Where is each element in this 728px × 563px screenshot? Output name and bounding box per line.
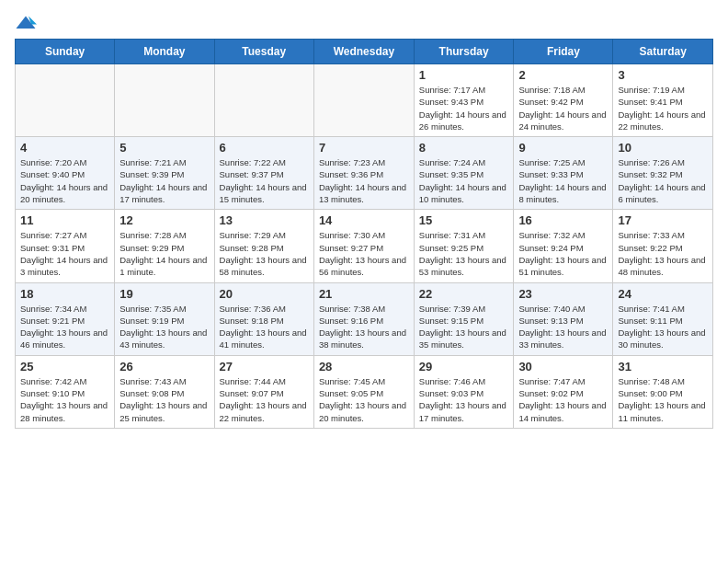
calendar-cell: [16, 64, 115, 137]
day-number: 29: [419, 360, 509, 373]
col-header-saturday: Saturday: [613, 40, 713, 64]
day-info: Sunrise: 7:36 AM Sunset: 9:18 PM Dayligh…: [220, 303, 309, 351]
calendar-cell: 15Sunrise: 7:31 AM Sunset: 9:25 PM Dayli…: [414, 210, 514, 282]
calendar-cell: 10Sunrise: 7:26 AM Sunset: 9:32 PM Dayli…: [613, 137, 713, 210]
day-number: 16: [518, 213, 608, 227]
calendar-week-row: 4Sunrise: 7:20 AM Sunset: 9:40 PM Daylig…: [16, 137, 713, 210]
day-number: 26: [119, 360, 209, 373]
calendar-cell: [115, 64, 214, 137]
day-info: Sunrise: 7:19 AM Sunset: 9:41 PM Dayligh…: [618, 84, 708, 132]
calendar-cell: 4Sunrise: 7:20 AM Sunset: 9:40 PM Daylig…: [16, 137, 115, 210]
day-number: 1: [419, 68, 509, 82]
calendar-cell: 22Sunrise: 7:39 AM Sunset: 9:15 PM Dayli…: [414, 282, 514, 355]
day-info: Sunrise: 7:32 AM Sunset: 9:24 PM Dayligh…: [518, 229, 608, 278]
day-info: Sunrise: 7:45 AM Sunset: 9:05 PM Dayligh…: [319, 375, 409, 424]
day-number: 9: [518, 141, 608, 155]
day-info: Sunrise: 7:34 AM Sunset: 9:21 PM Dayligh…: [20, 303, 109, 351]
day-number: 20: [220, 287, 309, 301]
calendar-week-row: 11Sunrise: 7:27 AM Sunset: 9:31 PM Dayli…: [16, 210, 713, 282]
col-header-wednesday: Wednesday: [313, 40, 414, 64]
day-number: 7: [319, 141, 409, 155]
day-number: 3: [618, 68, 708, 82]
day-info: Sunrise: 7:27 AM Sunset: 9:31 PM Dayligh…: [20, 229, 109, 278]
day-info: Sunrise: 7:17 AM Sunset: 9:43 PM Dayligh…: [419, 84, 509, 132]
calendar-cell: 9Sunrise: 7:25 AM Sunset: 9:33 PM Daylig…: [514, 137, 613, 210]
calendar-cell: 28Sunrise: 7:45 AM Sunset: 9:05 PM Dayli…: [313, 355, 414, 428]
calendar-cell: [313, 64, 414, 137]
calendar-cell: 26Sunrise: 7:43 AM Sunset: 9:08 PM Dayli…: [115, 355, 214, 428]
day-number: 6: [220, 141, 309, 155]
logo: [15, 15, 39, 31]
day-number: 10: [618, 141, 708, 155]
calendar-cell: 14Sunrise: 7:30 AM Sunset: 9:27 PM Dayli…: [313, 210, 414, 282]
day-info: Sunrise: 7:20 AM Sunset: 9:40 PM Dayligh…: [20, 156, 109, 205]
day-number: 17: [618, 213, 708, 227]
day-info: Sunrise: 7:24 AM Sunset: 9:35 PM Dayligh…: [419, 156, 509, 205]
day-info: Sunrise: 7:26 AM Sunset: 9:32 PM Dayligh…: [618, 156, 708, 205]
col-header-sunday: Sunday: [16, 40, 115, 64]
day-info: Sunrise: 7:22 AM Sunset: 9:37 PM Dayligh…: [220, 156, 309, 205]
day-info: Sunrise: 7:40 AM Sunset: 9:13 PM Dayligh…: [518, 303, 608, 351]
day-number: 31: [618, 360, 708, 373]
calendar-cell: 31Sunrise: 7:48 AM Sunset: 9:00 PM Dayli…: [613, 355, 713, 428]
day-info: Sunrise: 7:47 AM Sunset: 9:02 PM Dayligh…: [518, 375, 608, 424]
calendar-cell: 7Sunrise: 7:23 AM Sunset: 9:36 PM Daylig…: [313, 137, 414, 210]
calendar-cell: 30Sunrise: 7:47 AM Sunset: 9:02 PM Dayli…: [514, 355, 613, 428]
col-header-tuesday: Tuesday: [214, 40, 313, 64]
day-number: 14: [319, 213, 409, 227]
day-number: 28: [319, 360, 409, 373]
day-number: 22: [419, 287, 509, 301]
calendar-week-row: 25Sunrise: 7:42 AM Sunset: 9:10 PM Dayli…: [16, 355, 713, 428]
day-info: Sunrise: 7:43 AM Sunset: 9:08 PM Dayligh…: [119, 375, 209, 424]
calendar-cell: 29Sunrise: 7:46 AM Sunset: 9:03 PM Dayli…: [414, 355, 514, 428]
day-info: Sunrise: 7:38 AM Sunset: 9:16 PM Dayligh…: [319, 303, 409, 351]
calendar-week-row: 1Sunrise: 7:17 AM Sunset: 9:43 PM Daylig…: [16, 64, 713, 137]
calendar-cell: 25Sunrise: 7:42 AM Sunset: 9:10 PM Dayli…: [16, 355, 115, 428]
calendar-cell: [214, 64, 313, 137]
calendar-cell: 24Sunrise: 7:41 AM Sunset: 9:11 PM Dayli…: [613, 282, 713, 355]
day-number: 8: [419, 141, 509, 155]
col-header-friday: Friday: [514, 40, 613, 64]
calendar-cell: 11Sunrise: 7:27 AM Sunset: 9:31 PM Dayli…: [16, 210, 115, 282]
day-info: Sunrise: 7:41 AM Sunset: 9:11 PM Dayligh…: [618, 303, 708, 351]
day-number: 21: [319, 287, 409, 301]
calendar-cell: 16Sunrise: 7:32 AM Sunset: 9:24 PM Dayli…: [514, 210, 613, 282]
day-number: 30: [518, 360, 608, 373]
calendar-cell: 5Sunrise: 7:21 AM Sunset: 9:39 PM Daylig…: [115, 137, 214, 210]
calendar-cell: 13Sunrise: 7:29 AM Sunset: 9:28 PM Dayli…: [214, 210, 313, 282]
calendar-week-row: 18Sunrise: 7:34 AM Sunset: 9:21 PM Dayli…: [16, 282, 713, 355]
day-info: Sunrise: 7:21 AM Sunset: 9:39 PM Dayligh…: [119, 156, 209, 205]
calendar-cell: 1Sunrise: 7:17 AM Sunset: 9:43 PM Daylig…: [414, 64, 514, 137]
logo-icon: [15, 15, 37, 31]
col-header-monday: Monday: [115, 40, 214, 64]
calendar-cell: 21Sunrise: 7:38 AM Sunset: 9:16 PM Dayli…: [313, 282, 414, 355]
calendar-cell: 6Sunrise: 7:22 AM Sunset: 9:37 PM Daylig…: [214, 137, 313, 210]
day-number: 19: [119, 287, 209, 301]
calendar-cell: 2Sunrise: 7:18 AM Sunset: 9:42 PM Daylig…: [514, 64, 613, 137]
day-info: Sunrise: 7:42 AM Sunset: 9:10 PM Dayligh…: [20, 375, 109, 424]
day-number: 27: [220, 360, 309, 373]
day-number: 13: [220, 213, 309, 227]
day-number: 25: [20, 360, 109, 373]
page-header: [15, 15, 713, 31]
day-number: 24: [618, 287, 708, 301]
day-info: Sunrise: 7:39 AM Sunset: 9:15 PM Dayligh…: [419, 303, 509, 351]
calendar-table: SundayMondayTuesdayWednesdayThursdayFrid…: [15, 39, 713, 429]
day-number: 12: [119, 213, 209, 227]
day-info: Sunrise: 7:25 AM Sunset: 9:33 PM Dayligh…: [518, 156, 608, 205]
calendar-cell: 17Sunrise: 7:33 AM Sunset: 9:22 PM Dayli…: [613, 210, 713, 282]
day-number: 18: [20, 287, 109, 301]
day-info: Sunrise: 7:35 AM Sunset: 9:19 PM Dayligh…: [119, 303, 209, 351]
day-info: Sunrise: 7:23 AM Sunset: 9:36 PM Dayligh…: [319, 156, 409, 205]
day-number: 23: [518, 287, 608, 301]
calendar-cell: 18Sunrise: 7:34 AM Sunset: 9:21 PM Dayli…: [16, 282, 115, 355]
day-info: Sunrise: 7:48 AM Sunset: 9:00 PM Dayligh…: [618, 375, 708, 424]
day-info: Sunrise: 7:44 AM Sunset: 9:07 PM Dayligh…: [220, 375, 309, 424]
day-number: 15: [419, 213, 509, 227]
calendar-cell: 23Sunrise: 7:40 AM Sunset: 9:13 PM Dayli…: [514, 282, 613, 355]
col-header-thursday: Thursday: [414, 40, 514, 64]
day-number: 11: [20, 213, 109, 227]
day-info: Sunrise: 7:18 AM Sunset: 9:42 PM Dayligh…: [518, 84, 608, 132]
day-number: 4: [20, 141, 109, 155]
calendar-cell: 8Sunrise: 7:24 AM Sunset: 9:35 PM Daylig…: [414, 137, 514, 210]
